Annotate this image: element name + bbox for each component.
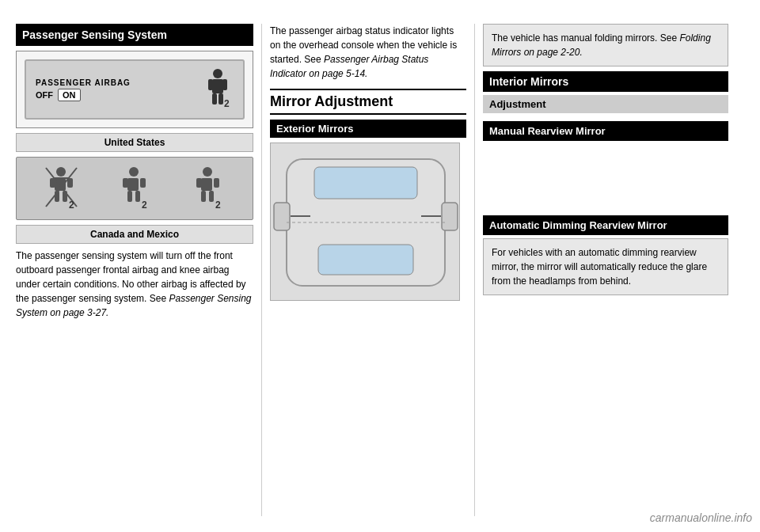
svg-text:2: 2 [69, 200, 74, 209]
mirror-adjustment-heading: Mirror Adjustment [270, 89, 466, 115]
svg-rect-21 [127, 191, 132, 202]
svg-rect-2 [208, 79, 213, 90]
airbag-on-box: ON [58, 89, 81, 101]
airbag-person-icon: 2 [202, 67, 234, 112]
manual-rearview-heading: Manual Rearview Mirror [483, 121, 728, 141]
col3-interior-mirrors: The vehicle has manual folding mirrors. … [475, 24, 728, 516]
svg-rect-34 [314, 167, 417, 199]
airbag-panel-us: PASSENGER AIRBAG OFF ON [16, 51, 253, 128]
info-text: The vehicle has manual folding mirrors. … [492, 32, 679, 44]
adjustment-subheading: Adjustment [483, 95, 728, 113]
svg-text:2: 2 [215, 200, 221, 209]
svg-point-7 [56, 167, 66, 177]
svg-point-17 [129, 167, 139, 177]
svg-point-24 [203, 167, 212, 177]
col1-passenger-sensing: Passenger Sensing System PASSENGER AIRBA… [16, 24, 261, 516]
svg-rect-22 [135, 191, 140, 202]
auto-dimming-heading: Automatic Dimming Rearview Mirror [483, 215, 728, 235]
col2-intro-text: The passenger airbag status indicator li… [270, 24, 466, 81]
svg-rect-4 [212, 93, 217, 104]
canada-icons-panel: 2 2 [16, 157, 253, 220]
airbag-display: PASSENGER AIRBAG OFF ON [25, 59, 245, 120]
col2-mirror-adjustment: The passenger airbag status indicator li… [261, 24, 475, 516]
svg-text:2: 2 [224, 98, 230, 107]
svg-rect-18 [127, 178, 139, 191]
svg-point-0 [213, 69, 222, 78]
svg-rect-29 [209, 191, 214, 202]
passenger-sensing-heading: Passenger Sensing System [16, 24, 253, 46]
svg-rect-3 [222, 79, 227, 90]
svg-rect-28 [201, 191, 206, 202]
watermark: carmanualonline.info [650, 511, 752, 524]
airbag-row: OFF ON [36, 89, 131, 101]
svg-rect-5 [218, 93, 223, 104]
svg-rect-1 [212, 79, 223, 93]
svg-rect-26 [196, 178, 202, 188]
manual-rearview-content-space [483, 144, 728, 207]
passenger-sensing-body: The passenger sensing system will turn o… [16, 249, 253, 320]
airbag-off: OFF [36, 90, 53, 100]
exterior-mirrors-subheading: Exterior Mirrors [270, 120, 466, 138]
airbag-text-block: PASSENGER AIRBAG OFF ON [36, 78, 131, 101]
airbag-label: PASSENGER AIRBAG [36, 78, 131, 87]
svg-rect-32 [274, 203, 290, 230]
svg-rect-25 [201, 178, 212, 191]
exterior-mirrors-image [270, 142, 460, 301]
canada-region-label: Canada and Mexico [16, 225, 253, 244]
svg-rect-19 [123, 178, 128, 188]
svg-rect-27 [214, 178, 219, 188]
svg-rect-20 [140, 178, 146, 188]
svg-rect-35 [318, 245, 413, 275]
svg-text:2: 2 [142, 200, 147, 209]
svg-rect-33 [442, 203, 458, 230]
auto-dimming-body: For vehicles with an automatic dimming r… [483, 238, 728, 295]
us-region-label: United States [16, 133, 253, 152]
interior-mirrors-heading: Interior Mirrors [483, 71, 728, 92]
folding-mirrors-info: The vehicle has manual folding mirrors. … [483, 24, 728, 66]
